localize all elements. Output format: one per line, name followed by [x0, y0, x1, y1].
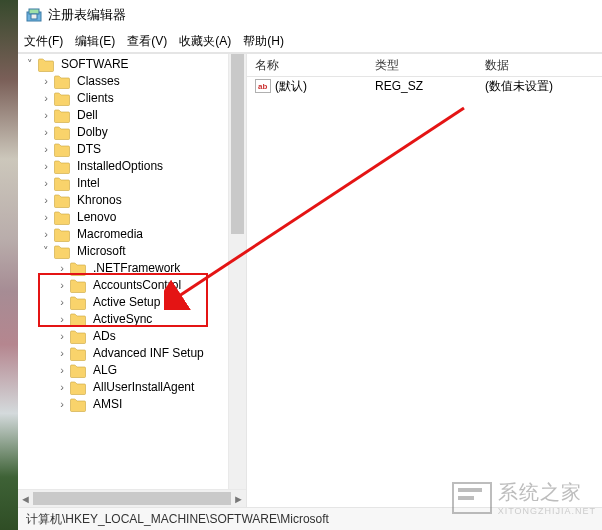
titlebar: 注册表编辑器 — [18, 0, 602, 30]
regedit-window: 注册表编辑器 文件(F) 编辑(E) 查看(V) 收藏夹(A) 帮助(H) ˅ … — [18, 0, 602, 530]
tree-node[interactable]: › Advanced INF Setup — [22, 345, 227, 362]
tree-node[interactable]: › Dell — [22, 107, 227, 124]
tree-expander-icon[interactable]: › — [56, 328, 68, 345]
tree-node[interactable]: › ADs — [22, 328, 227, 345]
tree-node[interactable]: › Khronos — [22, 192, 227, 209]
tree-node[interactable]: ˅ SOFTWARE — [22, 56, 227, 73]
svg-rect-1 — [29, 9, 39, 14]
value-name: (默认) — [275, 78, 307, 95]
column-data-header[interactable]: 数据 — [485, 57, 602, 74]
column-type-header[interactable]: 类型 — [375, 57, 485, 74]
tree-node[interactable]: › Dolby — [22, 124, 227, 141]
tree-expander-icon[interactable]: › — [40, 90, 52, 107]
folder-icon — [70, 381, 86, 395]
tree-expander-icon[interactable]: › — [56, 379, 68, 396]
tree-expander-icon[interactable]: › — [56, 362, 68, 379]
tree-node[interactable]: › Active Setup — [22, 294, 227, 311]
folder-icon — [54, 194, 70, 208]
horizontal-scrollbar[interactable]: ◄ ► — [18, 489, 246, 507]
folder-icon — [70, 398, 86, 412]
column-headers: 名称 类型 数据 — [247, 54, 602, 77]
menu-file[interactable]: 文件(F) — [24, 33, 63, 50]
tree-node[interactable]: › Lenovo — [22, 209, 227, 226]
client-area: ˅ SOFTWARE› Classes› Clients› Dell› Dolb… — [18, 53, 602, 507]
folder-icon — [54, 92, 70, 106]
string-value-icon: ab — [255, 79, 271, 93]
tree-node-label: AccountsControl — [91, 277, 183, 294]
tree-node[interactable]: › Clients — [22, 90, 227, 107]
tree-expander-icon[interactable]: › — [40, 107, 52, 124]
tree-node[interactable]: › Intel — [22, 175, 227, 192]
tree-expander-icon[interactable]: › — [56, 396, 68, 413]
value-data: (数值未设置) — [485, 78, 602, 95]
tree-expander-icon[interactable]: › — [40, 158, 52, 175]
folder-icon — [70, 330, 86, 344]
tree-expander-icon[interactable]: › — [40, 226, 52, 243]
tree-node[interactable]: › AllUserInstallAgent — [22, 379, 227, 396]
menu-view[interactable]: 查看(V) — [127, 33, 167, 50]
value-list[interactable]: ab (默认) REG_SZ (数值未设置) — [247, 77, 602, 507]
tree-node[interactable]: › AMSI — [22, 396, 227, 413]
tree-expander-icon[interactable]: ˅ — [40, 243, 52, 260]
scroll-right-arrow-icon[interactable]: ► — [233, 493, 244, 505]
tree-node[interactable]: › ActiveSync — [22, 311, 227, 328]
tree-viewport[interactable]: ˅ SOFTWARE› Classes› Clients› Dell› Dolb… — [18, 54, 229, 490]
tree-node[interactable]: › Classes — [22, 73, 227, 90]
tree-node[interactable]: › .NETFramework — [22, 260, 227, 277]
folder-icon — [54, 126, 70, 140]
menu-help[interactable]: 帮助(H) — [243, 33, 284, 50]
tree-node[interactable]: › DTS — [22, 141, 227, 158]
tree-node[interactable]: ˅ Microsoft — [22, 243, 227, 260]
folder-icon — [70, 364, 86, 378]
svg-text:ab: ab — [258, 82, 267, 91]
tree-node-label: Classes — [75, 73, 122, 90]
horizontal-scroll-thumb[interactable] — [33, 492, 231, 505]
tree-node-label: Advanced INF Setup — [91, 345, 206, 362]
tree-node[interactable]: › ALG — [22, 362, 227, 379]
folder-icon — [54, 143, 70, 157]
tree-node-label: InstalledOptions — [75, 158, 165, 175]
menu-edit[interactable]: 编辑(E) — [75, 33, 115, 50]
table-row[interactable]: ab (默认) REG_SZ (数值未设置) — [255, 77, 602, 95]
svg-rect-2 — [31, 14, 37, 19]
tree-node[interactable]: › AccountsControl — [22, 277, 227, 294]
tree-expander-icon[interactable]: › — [40, 73, 52, 90]
vertical-scroll-thumb[interactable] — [231, 54, 244, 234]
tree-expander-icon[interactable]: › — [56, 277, 68, 294]
folder-icon — [54, 228, 70, 242]
tree-expander-icon[interactable]: › — [56, 294, 68, 311]
folder-icon — [54, 211, 70, 225]
tree-node-label: Active Setup — [91, 294, 162, 311]
tree-node-label: AllUserInstallAgent — [91, 379, 196, 396]
scroll-left-arrow-icon[interactable]: ◄ — [20, 493, 31, 505]
tree-expander-icon[interactable]: › — [40, 141, 52, 158]
tree-expander-icon[interactable]: › — [40, 175, 52, 192]
tree-expander-icon[interactable]: › — [40, 192, 52, 209]
vertical-scrollbar[interactable] — [228, 54, 246, 490]
tree-expander-icon[interactable]: › — [40, 124, 52, 141]
tree-node-label: ADs — [91, 328, 118, 345]
folder-icon — [70, 313, 86, 327]
tree-node-label: DTS — [75, 141, 103, 158]
folder-icon — [70, 279, 86, 293]
statusbar: 计算机\HKEY_LOCAL_MACHINE\SOFTWARE\Microsof… — [18, 507, 602, 530]
tree-expander-icon[interactable]: ˅ — [24, 56, 36, 73]
folder-icon — [54, 245, 70, 259]
tree-expander-icon[interactable]: › — [56, 260, 68, 277]
menu-favorites[interactable]: 收藏夹(A) — [179, 33, 231, 50]
folder-icon — [70, 296, 86, 310]
tree-node[interactable]: › InstalledOptions — [22, 158, 227, 175]
tree-node-label: ActiveSync — [91, 311, 154, 328]
tree-node-label: Clients — [75, 90, 116, 107]
status-path: 计算机\HKEY_LOCAL_MACHINE\SOFTWARE\Microsof… — [26, 511, 329, 528]
folder-icon — [54, 109, 70, 123]
tree-expander-icon[interactable]: › — [40, 209, 52, 226]
tree-node-label: SOFTWARE — [59, 56, 131, 73]
value-type: REG_SZ — [375, 79, 485, 93]
tree-expander-icon[interactable]: › — [56, 345, 68, 362]
tree-node[interactable]: › Macromedia — [22, 226, 227, 243]
tree-expander-icon[interactable]: › — [56, 311, 68, 328]
tree-pane: ˅ SOFTWARE› Classes› Clients› Dell› Dolb… — [18, 54, 247, 507]
column-name-header[interactable]: 名称 — [255, 57, 375, 74]
folder-icon — [54, 177, 70, 191]
